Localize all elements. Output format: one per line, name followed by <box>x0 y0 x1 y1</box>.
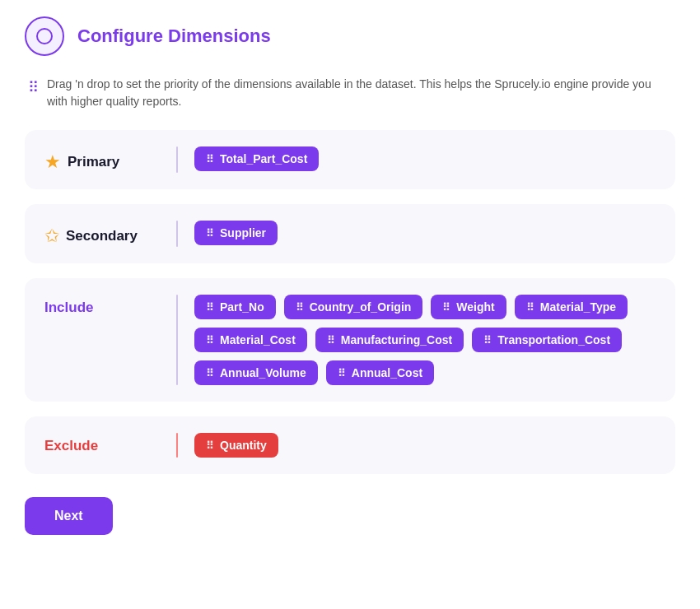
drag-dots-icon: ⠿ <box>483 334 492 346</box>
divider-include <box>176 295 178 385</box>
drag-dots-icon: ⠿ <box>206 301 215 314</box>
chip-label: Transportation_Cost <box>497 333 610 346</box>
chip-label: Quantity <box>220 439 267 452</box>
chip-label: Material_Type <box>540 300 616 314</box>
chip-material-cost[interactable]: ⠿Material_Cost <box>194 328 307 352</box>
chip-manufacturing-cost[interactable]: ⠿Manufacturing_Cost <box>315 328 464 352</box>
chip-label: Annual_Volume <box>220 366 306 379</box>
drag-dots-icon: ⠿ <box>526 301 535 314</box>
chip-material-type[interactable]: ⠿Material_Type <box>515 295 628 319</box>
chip-total-part-cost[interactable]: ⠿Total_Part_Cost <box>194 146 319 171</box>
section-include: Include⠿Part_No⠿Country_of_Origin⠿Weight… <box>25 278 675 402</box>
section-primary: ★Primary⠿Total_Part_Cost <box>25 130 675 189</box>
chip-annual-cost[interactable]: ⠿Annual_Cost <box>326 360 434 385</box>
section-exclude: Exclude⠿Quantity <box>25 416 675 474</box>
section-label-text-secondary: Secondary <box>66 228 138 244</box>
instruction-text: Drag 'n drop to set the priority of the … <box>47 76 672 110</box>
chips-area-exclude: ⠿Quantity <box>194 433 656 458</box>
section-label-area-exclude: Exclude <box>44 433 160 454</box>
star-half-icon: ✩ <box>44 225 59 247</box>
divider-secondary <box>176 221 178 247</box>
drag-dots-icon: ⠿ <box>206 153 215 165</box>
chip-label: Country_of_Origin <box>310 300 412 314</box>
chip-part-no[interactable]: ⠿Part_No <box>194 295 276 319</box>
drag-dots-icon: ⠿ <box>442 301 451 314</box>
instruction-row: ⠿ Drag 'n drop to set the priority of th… <box>25 76 675 110</box>
section-label-text-exclude: Exclude <box>44 438 98 454</box>
page-header: Configure Dimensions <box>25 16 675 56</box>
section-label-text-include: Include <box>44 300 94 316</box>
chip-label: Part_No <box>220 300 264 314</box>
chip-label: Weight <box>456 300 494 314</box>
chip-transportation-cost[interactable]: ⠿Transportation_Cost <box>472 328 622 352</box>
next-button[interactable]: Next <box>25 497 113 535</box>
chip-annual-volume[interactable]: ⠿Annual_Volume <box>194 360 318 385</box>
section-label-area-secondary: ✩Secondary <box>44 221 160 247</box>
star-full-icon: ★ <box>44 151 61 173</box>
divider-exclude <box>176 433 178 458</box>
divider-primary <box>176 146 178 173</box>
chip-quantity[interactable]: ⠿Quantity <box>194 433 278 458</box>
circle-inner <box>36 28 53 44</box>
chips-area-include: ⠿Part_No⠿Country_of_Origin⠿Weight⠿Materi… <box>194 295 656 385</box>
drag-dots-icon: ⠿ <box>296 301 305 314</box>
chips-area-primary: ⠿Total_Part_Cost <box>194 146 656 171</box>
section-secondary: ✩Secondary⠿Supplier <box>25 204 675 263</box>
drag-dots-icon: ⠿ <box>206 227 215 239</box>
drag-dots-icon: ⠿ <box>206 439 215 452</box>
chips-area-secondary: ⠿Supplier <box>194 221 656 245</box>
drag-dots-icon: ⠿ <box>206 367 215 379</box>
chip-label: Annual_Cost <box>352 366 422 379</box>
drag-dots-icon: ⠿ <box>206 334 215 346</box>
chip-label: Total_Part_Cost <box>220 152 307 165</box>
chip-label: Supplier <box>220 226 266 239</box>
header-circle-icon <box>25 16 64 56</box>
drag-grid-icon: ⠿ <box>28 77 39 99</box>
chip-label: Manufacturing_Cost <box>341 333 452 346</box>
chip-weight[interactable]: ⠿Weight <box>431 295 506 319</box>
drag-dots-icon: ⠿ <box>327 334 336 346</box>
section-label-area-primary: ★Primary <box>44 146 160 173</box>
sections-container: ★Primary⠿Total_Part_Cost✩Secondary⠿Suppl… <box>25 130 675 474</box>
page-title: Configure Dimensions <box>77 26 271 47</box>
section-label-area-include: Include <box>44 295 160 316</box>
chip-country-of-origin[interactable]: ⠿Country_of_Origin <box>284 295 423 319</box>
drag-dots-icon: ⠿ <box>338 367 347 379</box>
section-label-text-primary: Primary <box>68 154 119 170</box>
chip-supplier[interactable]: ⠿Supplier <box>194 221 278 245</box>
chip-label: Material_Cost <box>220 333 296 346</box>
